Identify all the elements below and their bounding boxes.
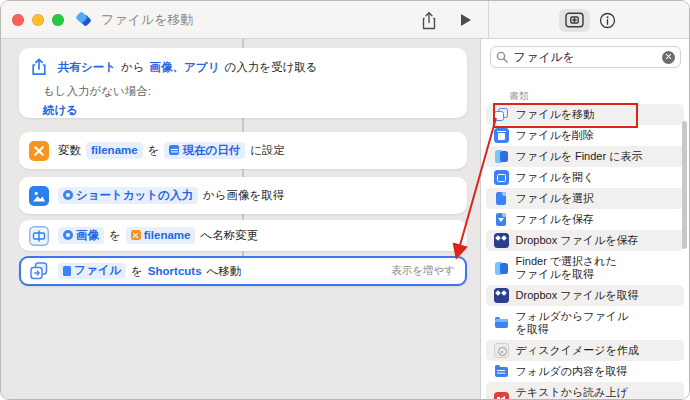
connector-line xyxy=(242,118,244,132)
calendar-icon xyxy=(169,145,179,155)
show-more-button[interactable]: 表示を増やす xyxy=(391,264,455,278)
token-image-variable[interactable]: 画像 xyxy=(58,227,104,244)
connector-line xyxy=(242,39,244,48)
save-file-icon xyxy=(494,212,509,227)
folder-icon xyxy=(494,316,509,331)
static-text: を xyxy=(131,264,143,279)
sidebar-scrollbar[interactable] xyxy=(682,121,687,249)
sidebar-action-label: ファイルを Finder に表示 xyxy=(516,150,643,163)
titlebar: ファイルを移動 xyxy=(1,1,689,39)
sidebar-action-item[interactable]: ファイルを保存 xyxy=(486,209,684,230)
search-field[interactable] xyxy=(490,46,681,68)
variable-icon xyxy=(29,141,49,161)
sidebar-action-item[interactable]: ファイルを Finder に表示 xyxy=(486,146,684,167)
token-shortcut-input[interactable]: ショートカットの入力 xyxy=(58,187,198,204)
dropbox-icon xyxy=(494,288,509,303)
traffic-lights xyxy=(12,14,64,26)
token-share-sheet[interactable]: 共有シート xyxy=(58,60,116,75)
variable-name-text: filename xyxy=(91,144,138,158)
static-text: へ移動 xyxy=(207,264,242,279)
action-library-button[interactable] xyxy=(559,9,590,32)
finder-get-icon xyxy=(494,261,509,276)
share-button[interactable] xyxy=(421,11,437,30)
rename-icon xyxy=(29,226,49,246)
sidebar-action-item[interactable]: ディスクイメージを作成 xyxy=(486,340,684,361)
sidebar-action-item[interactable]: Dropbox ファイルを取得 xyxy=(486,285,684,306)
titlebar-divider xyxy=(488,1,489,39)
sidebar-action-label: フォルダの内容を取得 xyxy=(516,365,628,378)
current-date-text: 現在の日付 xyxy=(182,144,240,158)
magic-variable-icon xyxy=(63,190,73,200)
sidebar-action-item[interactable]: テキストから読み上げ オーディオを作成 xyxy=(486,382,684,400)
static-text: から xyxy=(121,60,145,75)
delete-file-icon xyxy=(494,128,509,143)
action-sidebar: 書類 ファイルを移動ファイルを削除ファイルを Finder に表示ファイルを開く… xyxy=(480,39,689,400)
share-sheet-icon xyxy=(29,57,49,77)
token-input-types[interactable]: 画像、アプリ xyxy=(150,60,220,75)
static-text: の入力を受け取る xyxy=(224,60,317,75)
shortcut-input-text: ショートカットの入力 xyxy=(76,189,193,203)
sidebar-action-label: Dropbox ファイルを保存 xyxy=(516,234,639,247)
sidebar-action-item[interactable]: ファイルを移動 xyxy=(486,104,684,125)
title-group: ファイルを移動 xyxy=(75,1,194,39)
image-action-icon xyxy=(29,186,49,206)
action-block-get-images[interactable]: ショートカットの入力 から画像を取得 xyxy=(19,177,467,214)
zoom-button[interactable] xyxy=(52,14,64,26)
shortcuts-window: ファイルを移動 xyxy=(0,0,690,400)
disk-image-icon xyxy=(494,343,509,358)
token-current-date[interactable]: 現在の日付 xyxy=(164,142,245,159)
connector-line xyxy=(242,169,244,177)
sidebar-action-item[interactable]: ファイルを選択 xyxy=(486,188,684,209)
sidebar-action-item[interactable]: フォルダからファイル を取得 xyxy=(486,306,684,340)
sidebar-action-label: ファイルを移動 xyxy=(516,108,594,121)
move-file-action-icon xyxy=(29,261,49,281)
file-icon xyxy=(63,266,71,276)
static-text: を xyxy=(148,143,160,158)
token-destination-folder[interactable]: Shortcuts xyxy=(148,265,202,277)
static-text: から画像を取得 xyxy=(203,188,284,203)
sidebar-action-item[interactable]: フォルダの内容を取得 xyxy=(486,361,684,382)
sidebar-action-item[interactable]: Dropbox ファイルを保存 xyxy=(486,230,684,251)
token-variable-name[interactable]: filename xyxy=(86,142,143,159)
token-filename-variable[interactable]: filename xyxy=(126,227,196,244)
search-input[interactable] xyxy=(512,49,658,65)
file-token-text: ファイル xyxy=(74,264,121,278)
fallback-label: もし入力がない場合: xyxy=(43,84,455,99)
action-block-receive-input[interactable]: 共有シート から 画像、アプリ の入力を受け取る もし入力がない場合: 続ける xyxy=(19,48,467,118)
variable-x-icon xyxy=(131,230,141,240)
speech-audio-icon xyxy=(494,392,509,400)
sidebar-action-label: ファイルを削除 xyxy=(516,129,594,142)
static-text: へ名称変更 xyxy=(200,228,258,243)
action-block-set-variable[interactable]: 変数 filename を 現在の日付 に設定 xyxy=(19,132,467,169)
search-icon xyxy=(496,51,508,63)
image-token-text: 画像 xyxy=(76,229,99,243)
sidebar-action-label: Dropbox ファイルを取得 xyxy=(516,289,639,302)
clear-search-icon[interactable] xyxy=(662,51,675,64)
info-button[interactable] xyxy=(599,12,616,29)
static-text: を xyxy=(109,228,121,243)
token-file-variable[interactable]: ファイル xyxy=(58,263,126,280)
sidebar-action-label: ファイルを開く xyxy=(516,171,595,184)
image-variable-icon xyxy=(63,230,73,240)
action-list: ファイルを移動ファイルを削除ファイルを Finder に表示ファイルを開くファイ… xyxy=(486,104,684,400)
filename-token-text: filename xyxy=(144,229,191,243)
window-title: ファイルを移動 xyxy=(101,11,194,29)
select-file-icon xyxy=(494,191,509,206)
continue-option[interactable]: 続ける xyxy=(43,104,78,116)
sidebar-action-label: フォルダからファイル を取得 xyxy=(516,310,629,336)
action-block-rename[interactable]: 画像 を filename へ名称変更 xyxy=(19,220,467,251)
folder-contents-icon xyxy=(494,364,509,379)
run-button[interactable] xyxy=(460,13,472,27)
minimize-button[interactable] xyxy=(32,14,44,26)
sidebar-action-label: ファイルを選択 xyxy=(516,192,594,205)
sidebar-action-item[interactable]: ファイルを削除 xyxy=(486,125,684,146)
static-text: に設定 xyxy=(250,143,285,158)
sidebar-action-label: テキストから読み上げ オーディオを作成 xyxy=(516,386,628,400)
sidebar-action-item[interactable]: ファイルを開く xyxy=(486,167,684,188)
editor-canvas: 共有シート から 画像、アプリ の入力を受け取る もし入力がない場合: 続ける … xyxy=(1,39,480,400)
close-button[interactable] xyxy=(12,14,24,26)
action-block-move-file[interactable]: ファイル を Shortcuts へ移動 表示を増やす xyxy=(19,256,467,286)
shortcuts-app-icon xyxy=(75,11,93,29)
dropbox-icon xyxy=(494,233,509,248)
sidebar-action-item[interactable]: Finder で選択された ファイルを取得 xyxy=(486,251,684,285)
